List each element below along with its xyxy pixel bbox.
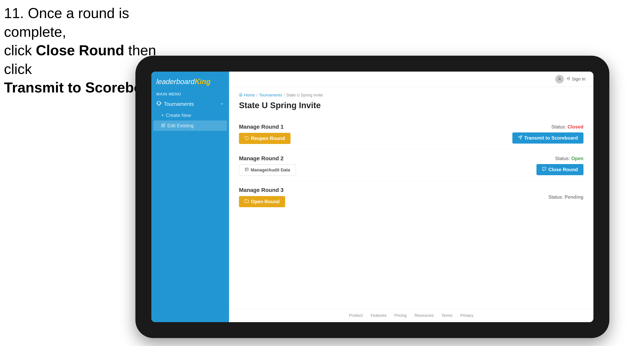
round-1-status-value: Closed [568, 124, 584, 130]
tablet-device: leaderboardKing MAIN MENU Tourn [136, 56, 609, 338]
breadcrumb-home[interactable]: Home [244, 93, 255, 97]
sidebar-edit-existing[interactable]: Edit Existing [153, 121, 227, 131]
reopen-icon [244, 136, 249, 141]
breadcrumb-current: State U Spring Invite [286, 93, 323, 97]
round-2-section: Manage Round 2 Manage/Audit Data [239, 150, 584, 181]
sidebar-edit-existing-label: Edit Existing [167, 123, 194, 129]
sidebar-create-new[interactable]: + Create New [151, 110, 229, 121]
footer-product[interactable]: Product [349, 313, 363, 318]
footer-features[interactable]: Features [371, 313, 386, 318]
edit-icon [161, 123, 165, 129]
instruction-line1: 11. Once a round is complete, [4, 4, 183, 41]
sidebar-logo: leaderboardKing [151, 72, 229, 90]
round-1-section: Manage Round 1 Reopen Round [239, 118, 584, 150]
close-round-button[interactable]: Close Round [536, 164, 584, 175]
round-3-left: Manage Round 3 Open Round [239, 187, 285, 207]
sign-in-label: Sign In [572, 77, 586, 82]
breadcrumb: Home / Tournaments / State U Spring Invi… [239, 93, 584, 97]
top-nav: Sign In [229, 72, 594, 87]
page-title: State U Spring Invite [239, 101, 584, 110]
svg-rect-6 [245, 168, 248, 171]
round-1-title: Manage Round 1 [239, 124, 290, 130]
trophy-icon [156, 101, 162, 107]
reopen-round-label: Reopen Round [251, 136, 285, 141]
open-round-button[interactable]: Open Round [239, 196, 285, 207]
round-3-status-value: Pending [564, 194, 584, 200]
sidebar-nav-item-tournaments[interactable]: Tournaments [151, 98, 229, 110]
tablet-screen: leaderboardKing MAIN MENU Tourn [151, 72, 594, 322]
breadcrumb-tournaments[interactable]: Tournaments [259, 93, 282, 97]
breadcrumb-sep2: / [284, 93, 285, 97]
round-1-right: Status: Closed Transmit [512, 124, 584, 144]
app-layout: leaderboardKing MAIN MENU Tourn [151, 72, 594, 322]
open-round-label: Open Round [251, 199, 280, 204]
plus-icon: + [161, 113, 164, 118]
round-3-section: Manage Round 3 Open Round [239, 181, 584, 213]
footer: Product Features Pricing Resources Terms… [229, 309, 594, 322]
close-round-label: Close Round [548, 167, 578, 173]
round-1-left: Manage Round 1 Reopen Round [239, 124, 290, 144]
footer-terms[interactable]: Terms [442, 313, 452, 318]
main-content: Sign In Home / [229, 72, 594, 322]
footer-privacy[interactable]: Privacy [460, 313, 474, 318]
manage-audit-button[interactable]: Manage/Audit Data [239, 165, 296, 175]
sidebar-main-menu-label: MAIN MENU [151, 90, 229, 98]
audit-icon [245, 168, 249, 173]
open-round-icon [244, 199, 249, 204]
user-avatar-icon [555, 75, 564, 84]
round-3-status: Status: Pending [548, 194, 584, 200]
round-2-title: Manage Round 2 [239, 155, 296, 162]
round-3-title: Manage Round 3 [239, 187, 285, 193]
reopen-round-button[interactable]: Reopen Round [239, 133, 290, 144]
sidebar: leaderboardKing MAIN MENU Tourn [151, 72, 229, 322]
sidebar-tournaments-label: Tournaments [164, 101, 194, 107]
logo-leaderboard: leaderboard [156, 78, 194, 86]
close-round-icon [542, 167, 546, 173]
transmit-to-scoreboard-button[interactable]: Transmit to Scoreboard [512, 133, 584, 144]
breadcrumb-sep1: / [256, 93, 258, 97]
footer-resources[interactable]: Resources [414, 313, 434, 318]
round-1-status: Status: Closed [552, 124, 584, 130]
svg-point-2 [559, 78, 560, 79]
footer-pricing[interactable]: Pricing [394, 313, 407, 318]
round-2-left: Manage Round 2 Manage/Audit Data [239, 155, 296, 175]
round-3-right: Status: Pending [548, 194, 584, 200]
transmit-to-scoreboard-label: Transmit to Scoreboard [524, 135, 578, 141]
sign-in-button[interactable]: Sign In [555, 75, 586, 84]
content-area: Home / Tournaments / State U Spring Invi… [229, 87, 594, 309]
breadcrumb-home-icon [239, 93, 242, 97]
round-2-right: Status: Open [536, 156, 584, 175]
round-2-status: Status: Open [555, 156, 584, 161]
logo-king: King [194, 78, 210, 86]
sidebar-create-new-label: Create New [166, 113, 191, 118]
round-2-status-value: Open [571, 156, 584, 161]
chevron-down-icon [220, 101, 224, 107]
transmit-icon [518, 135, 522, 141]
manage-audit-label: Manage/Audit Data [251, 168, 290, 173]
sign-in-arrow-icon [566, 77, 570, 82]
